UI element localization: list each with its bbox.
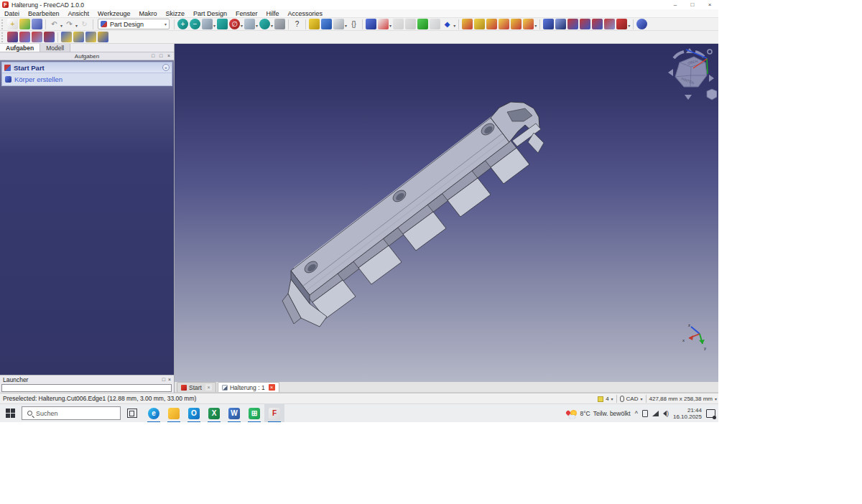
menu-item-datei[interactable]: Datei bbox=[0, 9, 24, 18]
create-datum-dropdown[interactable]: ▾ bbox=[453, 23, 455, 28]
volume-icon[interactable]: ) bbox=[663, 410, 669, 417]
navigation-cube[interactable]: OBEN HINTEN bbox=[667, 47, 717, 104]
boolean-operation-icon[interactable] bbox=[636, 19, 647, 29]
menu-item-hilfe[interactable]: Hilfe bbox=[262, 9, 284, 18]
subtractive-helix-icon[interactable] bbox=[604, 19, 615, 29]
dock-tab-modell[interactable]: Modell bbox=[40, 44, 70, 52]
fit-all-icon[interactable]: + bbox=[177, 19, 188, 29]
taskbar-app-excel[interactable]: X bbox=[204, 404, 224, 423]
create-body-icon[interactable] bbox=[366, 19, 376, 29]
linear-pattern-icon[interactable] bbox=[73, 32, 84, 42]
menu-item-ansicht[interactable]: Ansicht bbox=[64, 9, 94, 18]
cad-part-halterung[interactable] bbox=[175, 44, 718, 382]
subtractive-primitive-dropdown[interactable]: ▾ bbox=[628, 23, 630, 28]
taskbar-app-word[interactable]: W bbox=[224, 404, 244, 423]
make-link-icon[interactable] bbox=[333, 19, 344, 29]
collapse-section-button[interactable]: « bbox=[162, 64, 170, 71]
create-group-icon[interactable] bbox=[321, 19, 332, 29]
marker-size-selector[interactable]: 4 ▾ bbox=[598, 396, 613, 402]
validate-sketch-icon[interactable] bbox=[430, 19, 440, 29]
additive-loft-icon[interactable] bbox=[486, 19, 497, 29]
standard-views-icon[interactable] bbox=[202, 19, 213, 29]
polar-pattern-icon[interactable] bbox=[85, 32, 96, 42]
new-file-icon[interactable]: + bbox=[7, 19, 18, 29]
taskbar-search[interactable]: Suchen bbox=[22, 406, 121, 420]
3d-viewport[interactable]: OBEN HINTEN z x y bbox=[175, 44, 718, 382]
menu-item-skizze[interactable]: Skizze bbox=[161, 9, 189, 18]
hole-icon[interactable] bbox=[555, 19, 566, 29]
chamfer-icon[interactable] bbox=[19, 32, 30, 42]
notification-center-icon[interactable] bbox=[706, 409, 715, 418]
taskbar-app-explorer[interactable] bbox=[164, 404, 184, 423]
weather-widget[interactable]: 8°C Teilw. bewölkt bbox=[566, 409, 630, 419]
close-panel-button[interactable]: × bbox=[166, 53, 172, 59]
zoom-tools-icon[interactable] bbox=[259, 19, 270, 29]
standard-views-dropdown[interactable]: ▾ bbox=[213, 23, 216, 28]
make-link-dropdown[interactable]: ▾ bbox=[345, 23, 347, 28]
redo-dropdown[interactable]: ▾ bbox=[75, 23, 78, 28]
create-sketch-icon[interactable] bbox=[378, 19, 389, 29]
tab-close-icon[interactable]: × bbox=[269, 384, 275, 391]
pad-icon[interactable] bbox=[462, 19, 473, 29]
undo-dropdown[interactable]: ▾ bbox=[60, 23, 62, 28]
additive-pipe-icon[interactable] bbox=[499, 19, 509, 29]
multitransform-icon[interactable] bbox=[98, 32, 108, 42]
measure-icon[interactable] bbox=[274, 19, 285, 29]
taskbar-app-outlook[interactable]: O bbox=[184, 404, 204, 423]
axonometric-view-dropdown[interactable]: ▾ bbox=[256, 23, 258, 28]
fit-selection-icon[interactable]: − bbox=[190, 19, 200, 29]
dock-button[interactable]: □ bbox=[150, 53, 156, 59]
mirrored-icon[interactable] bbox=[61, 32, 72, 42]
task-view-button[interactable] bbox=[127, 409, 137, 418]
refresh-icon[interactable]: ↻ bbox=[79, 19, 90, 29]
axonometric-view-icon[interactable] bbox=[244, 19, 255, 29]
whats-this-icon[interactable]: ? bbox=[292, 19, 302, 29]
workbench-selector[interactable]: Part Design▾ bbox=[98, 19, 170, 29]
document-tab-start[interactable]: Start× bbox=[177, 382, 216, 392]
view-size-indicator[interactable]: 427,88 mm x 258,38 mm ▾ bbox=[649, 396, 718, 402]
tray-chevron-icon[interactable]: ^ bbox=[635, 410, 638, 417]
menu-item-makro[interactable]: Makro bbox=[134, 9, 161, 18]
undo-icon[interactable]: ↶ bbox=[49, 19, 60, 29]
create-sketch-dropdown[interactable]: ▾ bbox=[389, 23, 391, 28]
draft-icon[interactable] bbox=[32, 32, 42, 42]
menu-item-accessories[interactable]: Accessories bbox=[284, 9, 328, 18]
launcher-float-button[interactable]: □ bbox=[162, 376, 165, 383]
subtractive-pipe-icon[interactable] bbox=[592, 19, 603, 29]
draw-style-icon[interactable]: ∅ bbox=[229, 19, 240, 29]
taskbar-app-grid-app[interactable]: ⊞ bbox=[244, 404, 264, 423]
pocket-icon[interactable] bbox=[543, 19, 554, 29]
edit-sketch-icon[interactable] bbox=[393, 19, 404, 29]
additive-primitive-icon[interactable] bbox=[523, 19, 534, 29]
start-button[interactable] bbox=[6, 409, 15, 418]
minimize-button[interactable]: – bbox=[667, 0, 684, 9]
navigation-style-selector[interactable]: CAD ▾ bbox=[620, 396, 643, 402]
float-button[interactable]: □ bbox=[158, 53, 164, 59]
task-section-header[interactable]: Start Part « bbox=[2, 62, 172, 73]
document-tab-halterung-1[interactable]: Halterung : 1× bbox=[218, 382, 279, 392]
open-file-icon[interactable] bbox=[19, 19, 30, 29]
sync-view-icon[interactable] bbox=[217, 19, 228, 29]
menu-item-bearbeiten[interactable]: Bearbeiten bbox=[24, 9, 64, 18]
network-icon[interactable] bbox=[652, 411, 659, 416]
menu-item-part-design[interactable]: Part Design bbox=[189, 9, 231, 18]
variable-set-icon[interactable]: {} bbox=[348, 19, 359, 29]
additive-primitive-dropdown[interactable]: ▾ bbox=[534, 23, 537, 28]
launcher-close-button[interactable]: × bbox=[168, 376, 171, 383]
fillet-icon[interactable] bbox=[7, 32, 18, 42]
subtractive-primitive-icon[interactable] bbox=[616, 19, 627, 29]
restore-button[interactable]: □ bbox=[684, 0, 701, 9]
subtractive-loft-icon[interactable] bbox=[580, 19, 590, 29]
menu-item-fenster[interactable]: Fenster bbox=[231, 9, 262, 18]
task-item-körper-erstellen[interactable]: Körper erstellen bbox=[2, 73, 172, 85]
launcher-input[interactable] bbox=[1, 384, 172, 392]
attach-sketch-icon[interactable] bbox=[405, 19, 416, 29]
redo-icon[interactable]: ↷ bbox=[64, 19, 75, 29]
dock-tab-aufgaben[interactable]: Aufgaben bbox=[0, 44, 40, 52]
save-file-icon[interactable] bbox=[32, 19, 42, 29]
close-button[interactable]: × bbox=[701, 0, 718, 9]
clock[interactable]: 21:44 16.10.2025 bbox=[673, 407, 702, 420]
menu-item-werkzeuge[interactable]: Werkzeuge bbox=[93, 9, 134, 18]
draw-style-dropdown[interactable]: ▾ bbox=[241, 23, 243, 28]
taskbar-app-freecad[interactable]: F bbox=[264, 404, 284, 423]
